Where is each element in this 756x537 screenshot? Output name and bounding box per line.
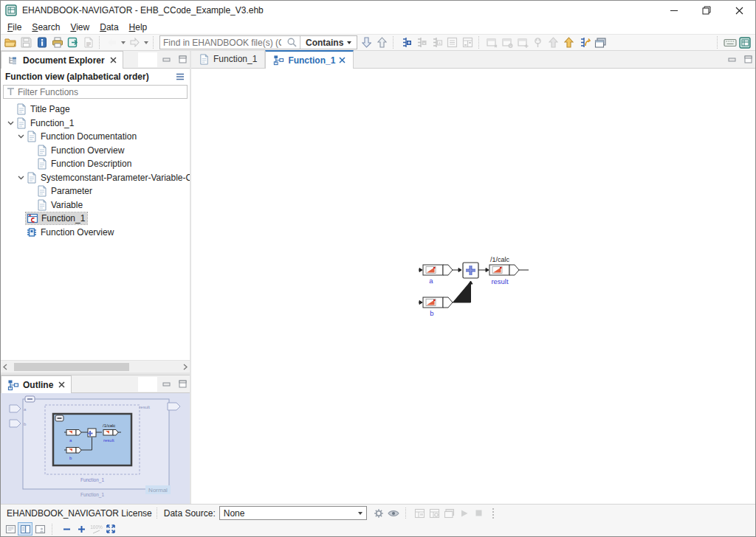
- function-list-button[interactable]: [444, 35, 460, 50]
- menu-view[interactable]: View: [65, 21, 94, 33]
- measure-view-button[interactable]: [442, 507, 457, 520]
- function-table-button[interactable]: [460, 35, 475, 50]
- find-box: Contains: [159, 35, 357, 49]
- clone-view-button[interactable]: [515, 35, 530, 50]
- close-button[interactable]: [723, 1, 755, 20]
- save-button[interactable]: [18, 35, 34, 50]
- fit-to-view-button[interactable]: [103, 522, 118, 536]
- keyboard-shortcuts-button[interactable]: [722, 35, 738, 50]
- forward-history-caret[interactable]: [142, 35, 150, 50]
- left-column: Document Explorer Function view: [1, 51, 191, 504]
- document-layout-button[interactable]: [32, 522, 47, 536]
- inport-a[interactable]: [419, 265, 461, 275]
- calibration-view-button[interactable]: [427, 507, 442, 520]
- next-function-button[interactable]: [429, 35, 444, 50]
- open-file-button[interactable]: [3, 35, 18, 50]
- scroll-right-icon[interactable]: [182, 364, 188, 370]
- experiment-view-button[interactable]: [413, 507, 427, 520]
- tab-document-explorer[interactable]: Document Explorer: [1, 51, 123, 69]
- menu-help[interactable]: Help: [124, 21, 153, 33]
- find-previous-button[interactable]: [374, 35, 390, 50]
- tab-outline[interactable]: Outline: [1, 375, 72, 393]
- close-tab-icon[interactable]: [110, 57, 117, 63]
- stop-measurement-button[interactable]: [472, 507, 487, 520]
- zoom-reset-button[interactable]: 100%: [89, 522, 103, 536]
- view-menu-icon[interactable]: [175, 72, 185, 81]
- chevron-down-icon[interactable]: [5, 118, 16, 128]
- scroll-left-icon[interactable]: [2, 364, 8, 370]
- zoom-in-button[interactable]: [74, 522, 89, 536]
- find-next-button[interactable]: [359, 35, 374, 50]
- match-mode-dropdown[interactable]: Contains: [300, 36, 357, 49]
- find-input[interactable]: [160, 38, 284, 48]
- export-report-button[interactable]: [65, 35, 80, 50]
- outport-result[interactable]: [478, 265, 529, 275]
- label-b: b: [430, 309, 433, 317]
- adder-block[interactable]: [463, 263, 478, 278]
- detach-view-button[interactable]: [484, 35, 499, 50]
- chevron-down-icon[interactable]: [16, 131, 26, 142]
- start-measurement-button[interactable]: [457, 507, 472, 520]
- data-source-settings-button[interactable]: [371, 507, 386, 520]
- new-window-button[interactable]: [592, 35, 608, 50]
- minimize-view-button[interactable]: [726, 54, 738, 64]
- data-source-dropdown[interactable]: None: [219, 506, 367, 520]
- menu-file[interactable]: File: [2, 21, 27, 33]
- back-button[interactable]: [104, 35, 120, 50]
- tree-item-function-1[interactable]: Function_1: [1, 117, 190, 131]
- outline-minimap[interactable]: a b result Function_1: [1, 393, 190, 504]
- prev-function-button[interactable]: [413, 35, 429, 50]
- zoom-out-button[interactable]: [59, 522, 74, 536]
- compare-functions-icon: [579, 37, 591, 48]
- print-button[interactable]: [49, 35, 65, 50]
- tree-item-function-description[interactable]: Function Description: [1, 157, 190, 171]
- tree-item-function-overview-chip[interactable]: Function Overview: [1, 226, 190, 240]
- tree-item-label: Function_1: [30, 118, 74, 128]
- menu-search[interactable]: Search: [27, 21, 65, 33]
- maximize-view-button[interactable]: [176, 378, 188, 389]
- export-up-button[interactable]: [561, 35, 577, 50]
- tree-item-function-overview-doc[interactable]: Function Overview: [1, 144, 190, 158]
- tree-item-function-1-model[interactable]: Function_1: [1, 212, 190, 226]
- tree-item-parameter[interactable]: Parameter: [1, 184, 190, 198]
- menu-data[interactable]: Data: [94, 21, 123, 33]
- explorer-hscrollbar[interactable]: [1, 360, 190, 373]
- explorer-minmax: [160, 54, 188, 64]
- filter-box: [3, 85, 188, 99]
- block-diagram[interactable]: a b /1/calc result: [419, 254, 537, 322]
- compare-functions-button[interactable]: [577, 35, 592, 50]
- scrollbar-thumb[interactable]: [14, 363, 129, 371]
- pdf-export-button[interactable]: [80, 35, 96, 50]
- tree-item-systemconstant[interactable]: Systemconstant-Parameter-Variable-Cl: [1, 171, 190, 185]
- chevron-down-icon[interactable]: [16, 173, 26, 183]
- menubar: File Search View Data Help: [1, 20, 755, 34]
- minimize-view-button[interactable]: [160, 378, 172, 389]
- plug-view-button[interactable]: [530, 35, 546, 50]
- tree-item-variable[interactable]: Variable: [1, 198, 190, 212]
- inport-b[interactable]: [419, 281, 472, 308]
- restore-button[interactable]: [690, 1, 723, 20]
- editor-tab-function-1-diagram[interactable]: Function_1: [265, 50, 354, 69]
- diagram-canvas[interactable]: a b /1/calc result: [191, 69, 755, 504]
- tree-item-function-documentation[interactable]: Function Documentation: [1, 130, 190, 144]
- forward-button[interactable]: [127, 35, 142, 50]
- minimize-view-button[interactable]: [160, 54, 172, 64]
- show-values-button[interactable]: [386, 507, 401, 520]
- minimize-button[interactable]: [658, 1, 690, 20]
- info-button[interactable]: [34, 35, 49, 50]
- close-tab-icon[interactable]: [339, 57, 346, 63]
- tree-item-title-page[interactable]: Title Page: [1, 103, 190, 117]
- maximize-view-button[interactable]: [742, 54, 754, 64]
- import-up-button[interactable]: [546, 35, 561, 50]
- pin-view-button[interactable]: [499, 35, 515, 50]
- split-layout-button[interactable]: [18, 522, 32, 536]
- label-output-path: /1/calc: [490, 256, 510, 263]
- single-page-layout-button[interactable]: [3, 522, 18, 536]
- filter-input[interactable]: [16, 87, 187, 97]
- close-tab-icon[interactable]: [58, 381, 65, 388]
- maximize-view-button[interactable]: [176, 54, 188, 64]
- app-home-button[interactable]: [738, 35, 753, 50]
- focus-function-button[interactable]: [398, 35, 413, 50]
- back-history-caret[interactable]: [120, 35, 127, 50]
- editor-tab-function-1-doc[interactable]: Function_1: [191, 50, 265, 68]
